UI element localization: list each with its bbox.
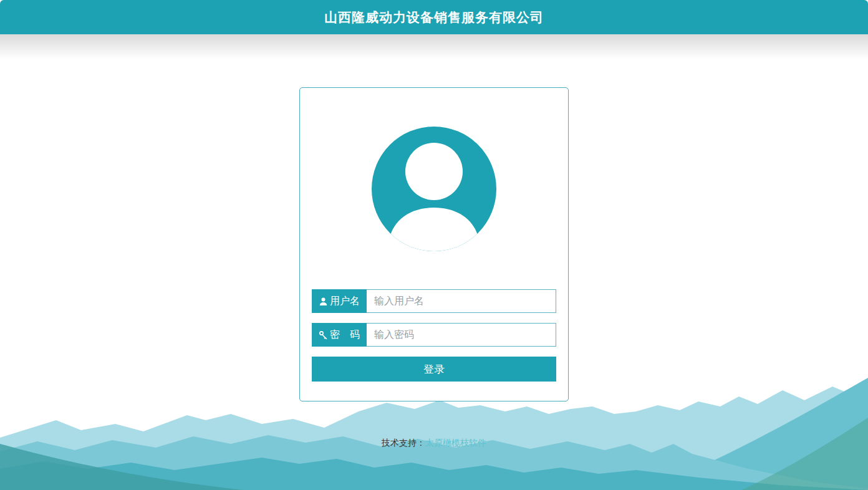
support-label: 技术支持： bbox=[382, 438, 425, 448]
username-label: 用户名 bbox=[312, 289, 367, 313]
password-label-text: 密 码 bbox=[330, 329, 360, 342]
support-link[interactable]: 太原橄榄枝软件 bbox=[425, 438, 486, 448]
user-avatar-icon bbox=[372, 127, 496, 251]
header-shadow bbox=[0, 34, 868, 59]
app-header: 山西隆威动力设备销售服务有限公司 bbox=[0, 0, 868, 34]
company-title: 山西隆威动力设备销售服务有限公司 bbox=[324, 9, 544, 26]
login-page: 山西隆威动力设备销售服务有限公司 bbox=[0, 0, 868, 59]
footer: 技术支持：太原橄榄枝软件 bbox=[0, 438, 868, 449]
key-icon bbox=[319, 330, 328, 340]
password-row: 密 码 bbox=[312, 323, 556, 347]
login-card: 用户名 密 码 登录 bbox=[299, 87, 569, 401]
password-input[interactable] bbox=[367, 323, 556, 347]
login-button[interactable]: 登录 bbox=[312, 357, 556, 382]
password-label: 密 码 bbox=[312, 323, 367, 347]
username-input[interactable] bbox=[367, 289, 556, 313]
username-label-text: 用户名 bbox=[330, 295, 360, 308]
user-icon bbox=[319, 297, 328, 306]
username-row: 用户名 bbox=[312, 289, 556, 313]
